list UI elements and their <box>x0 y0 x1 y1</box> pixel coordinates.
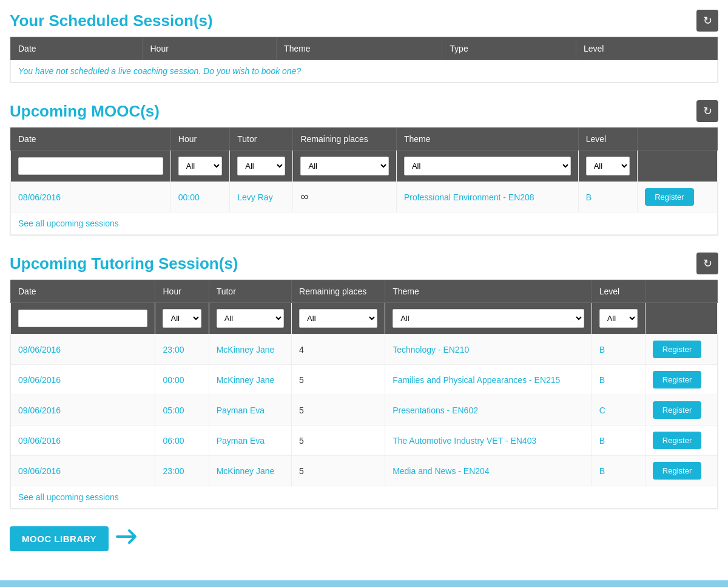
scheduled-sessions-header: Your Scheduled Session(s) ↻ <box>10 10 718 32</box>
mooc-col-tutor: Tutor <box>230 128 293 151</box>
mooc-see-all-link[interactable]: See all upcoming sessions <box>18 219 119 228</box>
sky-svg <box>0 580 728 587</box>
mooc-col-theme: Theme <box>396 128 578 151</box>
tutor-row-tutor: Payman Eva <box>209 426 291 456</box>
tutor-level-filter-select[interactable]: All <box>599 309 638 328</box>
mooc-see-all-row: See all upcoming sessions <box>11 212 718 235</box>
tutor-row-date: 09/06/2016 <box>11 456 155 486</box>
table-row: 09/06/2016 00:00 McKinney Jane 5 Familie… <box>11 365 718 395</box>
tutor-row-theme: Families and Physical Appearances - EN21… <box>385 365 592 395</box>
scheduled-sessions-section: Your Scheduled Session(s) ↻ Date Hour Th… <box>10 10 718 83</box>
tutor-theme-filter-select[interactable]: All <box>393 309 584 328</box>
tutoring-register-button-0[interactable]: Register <box>653 341 701 358</box>
tutor-row-date: 09/06/2016 <box>11 395 155 426</box>
mooc-filter-remaining-cell: All <box>293 151 396 182</box>
tutor-row-theme: Media and News - EN204 <box>385 456 592 486</box>
mooc-tutor-filter-select[interactable]: All <box>237 157 285 175</box>
tutor-col-hour: Hour <box>155 280 209 303</box>
mooc-library-button[interactable]: MOOC LIBRARY <box>10 526 109 551</box>
upcoming-moocs-header: Upcoming MOOC(s) ↻ <box>10 100 718 122</box>
mooc-remaining-filter-select[interactable]: All <box>300 157 388 175</box>
col-theme: Theme <box>277 38 442 60</box>
tutor-row-hour: 23:00 <box>155 334 209 365</box>
no-data-message: You have not scheduled a live coaching s… <box>11 60 718 83</box>
tutoring-register-button-2[interactable]: Register <box>653 401 701 419</box>
tutoring-register-button-1[interactable]: Register <box>653 371 701 389</box>
tutor-row-date: 09/06/2016 <box>11 426 155 456</box>
mooc-filter-theme-cell: All <box>396 151 578 182</box>
tutoring-register-button-3[interactable]: Register <box>653 432 701 449</box>
mooc-register-button[interactable]: Register <box>645 188 693 206</box>
tutor-row-tutor: McKinney Jane <box>209 334 291 365</box>
tutoring-register-button-4[interactable]: Register <box>653 462 701 480</box>
tutoring-see-all-cell: See all upcoming sessions <box>11 486 718 509</box>
upcoming-moocs-header-row: Date Hour Tutor Remaining places Theme L… <box>11 128 718 151</box>
tutor-row-hour: 05:00 <box>155 395 209 426</box>
tutor-row-remaining: 5 <box>292 426 385 456</box>
upcoming-moocs-table-wrapper: Date Hour Tutor Remaining places Theme L… <box>10 127 718 236</box>
tutor-row-level: C <box>592 395 645 426</box>
tutor-filter-action-cell <box>645 303 717 334</box>
tutor-row-level: B <box>592 426 645 456</box>
tutor-row-date: 08/06/2016 <box>11 334 155 365</box>
mooc-filter-row: All All All <box>11 151 718 182</box>
tutor-filter-hour-cell: All <box>155 303 209 334</box>
mooc-col-level: Level <box>578 128 638 151</box>
scheduled-sessions-header-row: Date Hour Theme Type Level <box>11 38 718 60</box>
tutoring-see-all-row: See all upcoming sessions <box>11 486 718 509</box>
tutor-col-action <box>645 280 717 303</box>
tutor-filter-tutor-cell: All <box>209 303 291 334</box>
upcoming-moocs-refresh-button[interactable]: ↻ <box>696 100 718 122</box>
tutor-hour-filter-select[interactable]: All <box>163 309 201 328</box>
tutor-filter-level-cell: All <box>592 303 645 334</box>
tutor-col-date: Date <box>11 280 155 303</box>
col-level: Level <box>576 38 717 60</box>
no-data-row: You have not scheduled a live coaching s… <box>11 60 718 83</box>
refresh-icon: ↻ <box>703 14 712 27</box>
table-row: 08/06/2016 00:00 Levy Ray ∞ Professional… <box>11 182 718 212</box>
tutoring-see-all-link[interactable]: See all upcoming sessions <box>18 492 119 502</box>
upcoming-tutoring-header-row: Date Hour Tutor Remaining places Theme L… <box>11 280 718 303</box>
mooc-filter-level-cell: All <box>578 151 638 182</box>
arrow-icon <box>116 528 140 550</box>
tutor-col-level: Level <box>592 280 645 303</box>
table-row: 08/06/2016 23:00 McKinney Jane 4 Technol… <box>11 334 718 365</box>
mooc-col-remaining: Remaining places <box>293 128 396 151</box>
sky-footer <box>0 580 728 587</box>
mooc-see-all-cell: See all upcoming sessions <box>11 212 718 235</box>
scheduled-sessions-refresh-button[interactable]: ↻ <box>696 10 718 32</box>
tutor-row-remaining: 5 <box>292 456 385 486</box>
tutor-row-hour: 23:00 <box>155 456 209 486</box>
mooc-row-level: B <box>578 182 638 212</box>
mooc-filter-tutor-cell: All <box>230 151 293 182</box>
tutor-row-level: B <box>592 365 645 395</box>
upcoming-moocs-table: Date Hour Tutor Remaining places Theme L… <box>10 127 718 235</box>
svg-rect-0 <box>0 580 728 587</box>
upcoming-moocs-section: Upcoming MOOC(s) ↻ Date Hour Tutor Remai… <box>10 100 718 236</box>
infinity-symbol: ∞ <box>300 191 308 203</box>
mooc-row-action: Register <box>638 182 718 212</box>
mooc-row-hour: 00:00 <box>170 182 230 212</box>
tutor-date-filter-input[interactable] <box>18 310 147 327</box>
tutor-row-remaining: 4 <box>292 334 385 365</box>
mooc-row-tutor: Levy Ray <box>230 182 293 212</box>
tutor-row-remaining: 5 <box>292 365 385 395</box>
tutor-remaining-filter-select[interactable]: All <box>299 309 377 328</box>
tutor-row-remaining: 5 <box>292 395 385 426</box>
tutor-row-tutor: McKinney Jane <box>209 456 291 486</box>
mooc-filter-hour-cell: All <box>170 151 230 182</box>
tutor-row-action: Register <box>645 426 717 456</box>
mooc-date-filter-input[interactable] <box>18 157 163 175</box>
mooc-library-section: MOOC LIBRARY <box>10 526 718 551</box>
upcoming-tutoring-refresh-button[interactable]: ↻ <box>696 253 718 274</box>
mooc-theme-filter-select[interactable]: All <box>404 157 571 175</box>
mooc-level-filter-select[interactable]: All <box>586 157 630 175</box>
tutoring-filter-row: All All All <box>11 303 718 334</box>
mooc-col-date: Date <box>11 128 171 151</box>
tutor-tutor-filter-select[interactable]: All <box>217 309 284 328</box>
mooc-hour-filter-select[interactable]: All <box>178 157 223 175</box>
upcoming-moocs-title: Upcoming MOOC(s) <box>10 102 160 121</box>
scheduled-sessions-title: Your Scheduled Session(s) <box>10 12 213 30</box>
scheduled-sessions-table: Date Hour Theme Type Level You have not … <box>10 37 718 83</box>
upcoming-tutoring-table: Date Hour Tutor Remaining places Theme L… <box>10 280 718 509</box>
